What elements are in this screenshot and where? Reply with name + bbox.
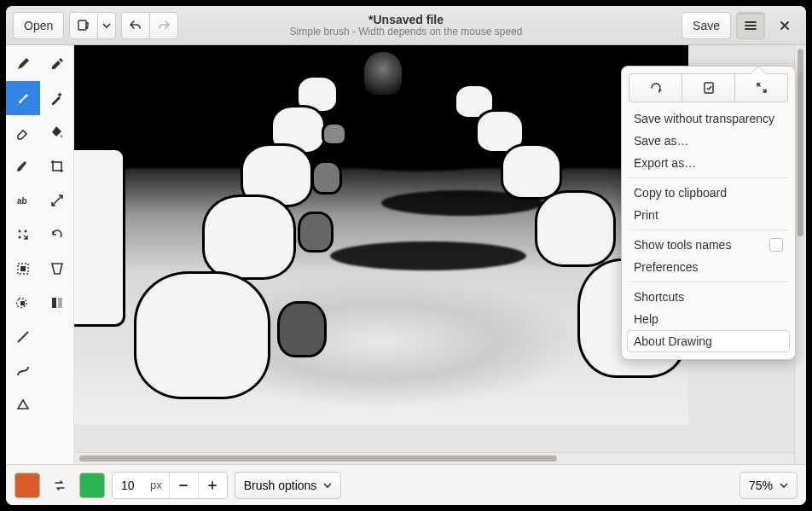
undo-redo-group: [121, 12, 178, 39]
size-decrease-button[interactable]: [169, 473, 198, 498]
menu-help[interactable]: Help: [627, 308, 790, 330]
vertical-scroll-thumb[interactable]: [798, 49, 803, 236]
text-icon: ab: [15, 193, 31, 208]
zoom-label: 75%: [749, 479, 773, 492]
chevron-down-icon: [323, 481, 332, 490]
menu-shortcuts[interactable]: Shortcuts: [627, 286, 790, 308]
size-input[interactable]: [113, 473, 150, 498]
tool-line[interactable]: [6, 320, 40, 354]
tool-points[interactable]: [6, 218, 40, 252]
fullscreen-button[interactable]: [734, 73, 788, 102]
menu-save-without-transparency[interactable]: Save without transparency: [627, 107, 790, 130]
new-tab-button[interactable]: [69, 12, 98, 39]
close-window-button[interactable]: [770, 12, 799, 39]
horizontal-scrollbar[interactable]: [74, 452, 794, 464]
highlighter-icon: [15, 159, 31, 174]
line-icon: [15, 329, 31, 345]
menu-save-as[interactable]: Save as…: [627, 130, 790, 152]
reload-button[interactable]: [629, 73, 682, 102]
tool-free-select[interactable]: [6, 286, 40, 320]
scale-icon: [49, 193, 65, 208]
svg-point-4: [25, 230, 27, 233]
vertical-scrollbar[interactable]: [794, 45, 806, 464]
shape-icon: [15, 398, 31, 413]
menu-copy-clipboard[interactable]: Copy to clipboard: [627, 182, 790, 204]
chevron-down-icon: [102, 21, 111, 30]
tool-blank1: [40, 320, 74, 354]
filters-icon: [49, 295, 65, 311]
horizontal-scroll-thumb[interactable]: [79, 456, 557, 462]
new-tab-icon: [77, 19, 90, 32]
tool-crop[interactable]: [40, 149, 74, 183]
svg-rect-9: [52, 298, 56, 308]
canvas-image: [74, 45, 688, 425]
tool-rect-select[interactable]: [6, 252, 40, 286]
new-dropdown-button[interactable]: [97, 12, 116, 39]
rotate-icon: [49, 227, 65, 242]
rect-select-icon: [15, 261, 31, 276]
toolbox: ab: [6, 45, 74, 464]
reload-icon: [649, 81, 663, 95]
hamburger-icon: [744, 19, 757, 32]
page-icon: [702, 81, 716, 95]
brush-options-button[interactable]: Brush options: [235, 472, 342, 499]
redo-button[interactable]: [149, 12, 178, 39]
plus-icon: [206, 479, 218, 491]
show-tools-names-checkbox[interactable]: [769, 238, 783, 252]
crop-icon: [49, 159, 65, 174]
tool-eraser[interactable]: [6, 115, 40, 149]
tool-blank2: [40, 354, 74, 388]
redo-icon: [157, 19, 171, 32]
main-menu-popover: Save without transparency Save as… Expor…: [621, 66, 796, 360]
fullscreen-icon: [755, 81, 768, 95]
zoom-button[interactable]: 75%: [740, 472, 798, 499]
menu-export-as[interactable]: Export as…: [627, 152, 790, 174]
fill-icon: [49, 125, 65, 140]
svg-point-5: [19, 236, 21, 239]
tool-rotate[interactable]: [40, 218, 74, 252]
primary-color-swatch[interactable]: [14, 473, 40, 498]
brush-icon: [15, 90, 31, 106]
swap-colors-button[interactable]: [47, 473, 72, 498]
svg-rect-8: [20, 301, 25, 305]
eraser-icon: [15, 125, 31, 140]
save-button[interactable]: Save: [682, 12, 731, 39]
menu-show-tools-names[interactable]: Show tools names: [627, 234, 790, 256]
tool-shape[interactable]: [6, 388, 40, 422]
undo-icon: [129, 19, 142, 32]
hamburger-menu-button[interactable]: [736, 12, 765, 39]
tool-fill[interactable]: [40, 115, 74, 149]
tool-text[interactable]: ab: [6, 183, 40, 218]
menu-button-row: [629, 73, 788, 102]
tool-scale[interactable]: [40, 183, 74, 218]
tool-color-picker[interactable]: [40, 47, 74, 81]
tool-curve[interactable]: [6, 354, 40, 388]
tool-brush[interactable]: [6, 81, 40, 115]
size-unit-label: px: [150, 479, 169, 491]
tool-magic[interactable]: [40, 81, 74, 115]
svg-rect-11: [705, 83, 713, 93]
menu-print[interactable]: Print: [627, 204, 790, 226]
undo-button[interactable]: [121, 12, 150, 39]
app-window: Open *Unsaved file Simple brush - Width …: [6, 6, 806, 505]
magic-icon: [49, 90, 65, 106]
menu-about[interactable]: About Drawing: [627, 330, 790, 352]
tool-highlighter[interactable]: [6, 149, 40, 183]
open-button[interactable]: Open: [13, 12, 64, 39]
new-menu-group: [69, 12, 116, 39]
secondary-color-swatch[interactable]: [79, 473, 105, 498]
svg-rect-0: [78, 20, 86, 30]
tool-pencil[interactable]: [6, 47, 40, 81]
properties-button[interactable]: [682, 73, 735, 102]
pencil-icon: [15, 56, 31, 72]
curve-icon: [15, 363, 31, 379]
bottombar: px Brush options 75%: [6, 464, 806, 505]
size-input-group: px: [112, 472, 228, 499]
tool-deform[interactable]: [40, 252, 74, 286]
points-icon: [15, 227, 31, 242]
svg-point-3: [19, 230, 21, 233]
tool-blank3: [40, 388, 74, 422]
menu-preferences[interactable]: Preferences: [627, 256, 790, 278]
tool-filters[interactable]: [40, 286, 74, 320]
size-increase-button[interactable]: [198, 473, 227, 498]
